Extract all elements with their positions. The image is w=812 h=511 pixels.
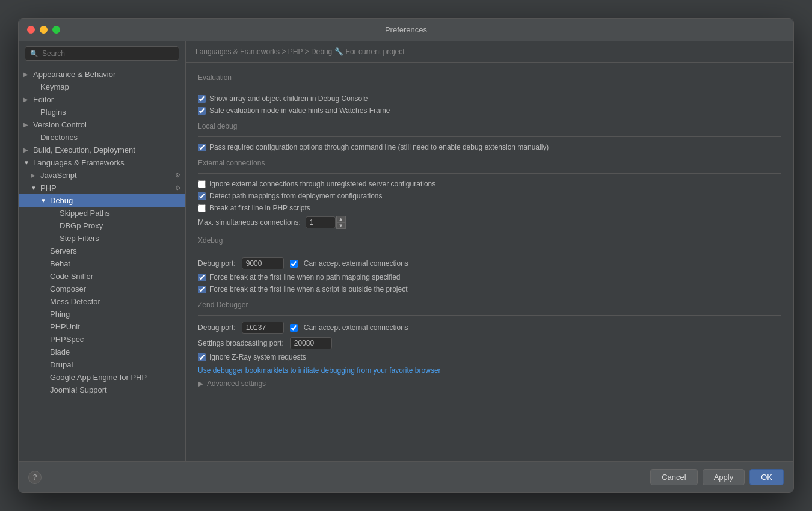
- help-button[interactable]: ?: [28, 471, 42, 484]
- ignore-external-checkbox[interactable]: [198, 180, 206, 188]
- maximize-button[interactable]: [52, 26, 60, 34]
- sidebar-item-drupal[interactable]: Drupal: [19, 358, 185, 371]
- max-connections-row: Max. simultaneous connections: ▲ ▼: [198, 216, 781, 229]
- sidebar-item-label: Build, Execution, Deployment: [33, 145, 135, 155]
- settings-content: Evaluation Show array and object childre…: [186, 63, 793, 461]
- sidebar-item-editor[interactable]: ▶ Editor: [19, 93, 185, 106]
- safe-eval-label: Safe evaluation mode in value hints and …: [209, 106, 390, 115]
- pass-required-checkbox[interactable]: [198, 144, 206, 151]
- divider: [198, 88, 781, 88]
- settings-icon: ⚙: [175, 185, 180, 191]
- show-array-checkbox[interactable]: [198, 95, 206, 103]
- section-evaluation: Evaluation: [198, 73, 781, 82]
- apply-button[interactable]: Apply: [703, 469, 745, 485]
- search-box[interactable]: 🔍: [25, 46, 179, 61]
- checkbox-ignore-external: Ignore external connections through unre…: [198, 180, 781, 188]
- max-connections-input[interactable]: [306, 216, 336, 228]
- debugger-link[interactable]: Use debugger bookmarklets to initiate de…: [198, 366, 781, 375]
- sidebar-item-keymap[interactable]: Keymap: [19, 81, 185, 93]
- sidebar-item-label: Servers: [50, 246, 77, 256]
- checkbox-safe-eval: Safe evaluation mode in value hints and …: [198, 106, 781, 115]
- sidebar-item-label: Behat: [50, 259, 70, 268]
- sidebar-item-google-app-engine[interactable]: Google App Engine for PHP: [19, 371, 185, 384]
- checkbox-pass-required: Pass required configuration options thro…: [198, 143, 781, 151]
- main-panel: Languages & Frameworks > PHP > Debug 🔧 F…: [186, 41, 793, 461]
- sidebar-item-dbgp-proxy[interactable]: DBGp Proxy: [19, 219, 185, 232]
- breadcrumb-suffix: 🔧 For current project: [334, 47, 404, 56]
- sidebar-item-phing[interactable]: Phing: [19, 308, 185, 320]
- zend-port-input[interactable]: [242, 322, 284, 334]
- arrow-icon: ▶: [31, 172, 38, 179]
- main-content: 🔍 ▶ Appearance & Behavior Keymap ▶ Edito…: [19, 41, 793, 461]
- sidebar-item-directories[interactable]: Directories: [19, 131, 185, 144]
- checkbox-detect-path: Detect path mappings from deployment con…: [198, 192, 781, 200]
- sidebar-item-label: Appearance & Behavior: [33, 70, 115, 79]
- zend-can-accept-checkbox[interactable]: [290, 324, 298, 332]
- pass-required-label: Pass required configuration options thro…: [209, 143, 549, 151]
- arrow-icon: ▼: [31, 185, 38, 191]
- detect-path-checkbox[interactable]: [198, 192, 206, 200]
- sidebar-item-servers[interactable]: Servers: [19, 245, 185, 257]
- zend-broadcast-row: Settings broadcasting port:: [198, 337, 781, 349]
- search-input[interactable]: [42, 49, 174, 58]
- ignore-zray-checkbox[interactable]: [198, 353, 206, 361]
- sidebar-item-mess-detector[interactable]: Mess Detector: [19, 295, 185, 308]
- arrow-icon: ▶: [23, 96, 31, 103]
- breadcrumb-path: Languages & Frameworks > PHP > Debug: [195, 47, 332, 56]
- force-break-outside-checkbox[interactable]: [198, 286, 206, 293]
- sidebar-item-phpspec[interactable]: PHPSpec: [19, 333, 185, 346]
- divider: [198, 173, 781, 174]
- sidebar-item-version-control[interactable]: ▶ Version Control: [19, 118, 185, 131]
- sidebar: 🔍 ▶ Appearance & Behavior Keymap ▶ Edito…: [19, 41, 186, 461]
- checkbox-force-break-outside: Force break at the first line when a scr…: [198, 285, 781, 293]
- force-break-no-mapping-checkbox[interactable]: [198, 274, 206, 281]
- sidebar-item-debug[interactable]: ▼ Debug: [19, 194, 185, 207]
- sidebar-item-build[interactable]: ▶ Build, Execution, Deployment: [19, 144, 185, 156]
- cancel-button[interactable]: Cancel: [650, 469, 697, 485]
- sidebar-item-plugins[interactable]: Plugins: [19, 106, 185, 118]
- sidebar-item-blade[interactable]: Blade: [19, 346, 185, 358]
- sidebar-item-appearance[interactable]: ▶ Appearance & Behavior: [19, 68, 185, 81]
- sidebar-item-label: Version Control: [33, 120, 87, 129]
- advanced-settings-row[interactable]: ▶ Advanced settings: [198, 379, 781, 388]
- checkbox-force-break-no-mapping: Force break at the first line when no pa…: [198, 273, 781, 281]
- arrow-icon: ▶: [23, 121, 31, 128]
- sidebar-item-label: Directories: [40, 133, 78, 142]
- sidebar-item-label: JavaScript: [40, 171, 77, 180]
- sidebar-item-label: DBGp Proxy: [60, 221, 103, 230]
- sidebar-item-label: Editor: [33, 95, 54, 104]
- sidebar-item-code-sniffer[interactable]: Code Sniffer: [19, 270, 185, 283]
- sidebar-item-label: Composer: [50, 284, 86, 293]
- zend-broadcast-label: Settings broadcasting port:: [198, 339, 284, 347]
- sidebar-item-label: PHPSpec: [50, 335, 84, 344]
- sidebar-item-label: Plugins: [40, 108, 66, 117]
- sidebar-item-label: Drupal: [50, 360, 73, 369]
- chevron-right-icon: ▶: [198, 379, 203, 388]
- zend-port-row: Debug port: Can accept external connecti…: [198, 322, 781, 334]
- arrow-icon: ▶: [23, 147, 31, 153]
- spinner-up[interactable]: ▲: [336, 216, 346, 222]
- safe-eval-checkbox[interactable]: [198, 107, 206, 115]
- zend-broadcast-input[interactable]: [290, 337, 332, 349]
- sidebar-item-phpunit[interactable]: PHPUnit: [19, 320, 185, 333]
- max-connections-label: Max. simultaneous connections:: [198, 218, 301, 227]
- sidebar-item-composer[interactable]: Composer: [19, 283, 185, 295]
- arrow-icon: ▼: [40, 197, 48, 204]
- minimize-button[interactable]: [40, 26, 48, 34]
- spinner-down[interactable]: ▼: [336, 222, 346, 229]
- sidebar-item-label: Phing: [50, 310, 70, 319]
- close-button[interactable]: [27, 26, 35, 34]
- sidebar-item-step-filters[interactable]: Step Filters: [19, 232, 185, 245]
- ok-button[interactable]: OK: [749, 469, 784, 485]
- sidebar-item-joomla[interactable]: Joomla! Support: [19, 384, 185, 396]
- spinner-buttons: ▲ ▼: [336, 216, 346, 229]
- sidebar-item-javascript[interactable]: ▶ JavaScript ⚙: [19, 169, 185, 182]
- sidebar-item-behat[interactable]: Behat: [19, 257, 185, 270]
- break-first-checkbox[interactable]: [198, 204, 206, 212]
- xdebug-can-accept-checkbox[interactable]: [290, 260, 298, 268]
- sidebar-item-label: Blade: [50, 347, 70, 356]
- sidebar-item-languages[interactable]: ▼ Languages & Frameworks: [19, 156, 185, 169]
- sidebar-item-php[interactable]: ▼ PHP ⚙: [19, 182, 185, 194]
- xdebug-port-input[interactable]: [242, 257, 284, 269]
- sidebar-item-skipped-paths[interactable]: Skipped Paths: [19, 207, 185, 219]
